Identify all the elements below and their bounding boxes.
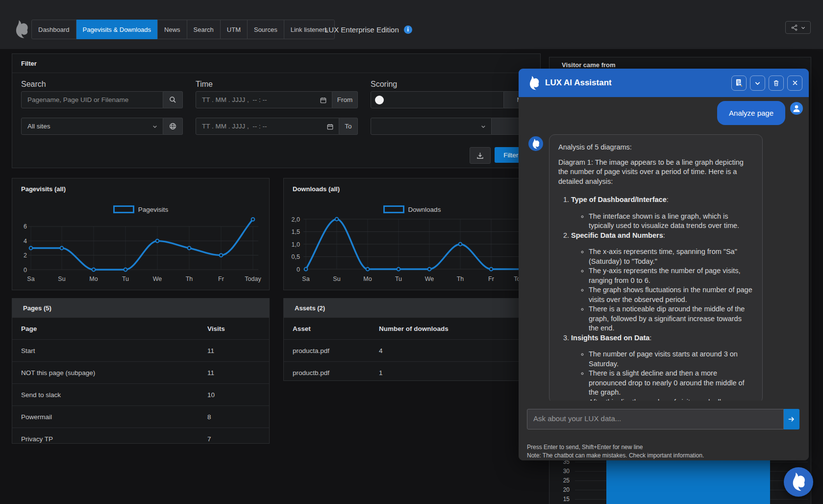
analysis-bullet: There is a slight decline and then a mor… — [589, 369, 753, 398]
close-button[interactable] — [787, 76, 802, 91]
analysis-paragraph: Diagram 1: The image appears to be a lin… — [558, 158, 753, 187]
legend-swatch — [113, 205, 134, 213]
analysis-item: Insights Based on Data:The number of pag… — [571, 333, 753, 404]
document-analyze-icon — [735, 78, 743, 87]
table-cell: Start — [12, 340, 199, 362]
analysis-bullet: The y-axis represents the number of page… — [589, 266, 753, 285]
date-to-input[interactable] — [202, 123, 333, 130]
column-header: Visits — [199, 318, 269, 340]
analysis-item: Specific Data and Numbers:The x-axis rep… — [571, 231, 753, 333]
trash-icon — [773, 79, 780, 87]
ai-assistant-header: LUX AI Assistant — [519, 69, 809, 97]
calendar-icon[interactable] — [320, 97, 327, 104]
chat-input[interactable] — [527, 409, 784, 429]
analysis-item: Type of Dashboard/Interface:The interfac… — [571, 195, 753, 231]
send-arrow-icon — [788, 415, 796, 423]
scoring-select[interactable] — [371, 118, 492, 135]
table-row: productb.pdf1 — [284, 362, 540, 384]
share-nodes-icon — [791, 24, 798, 31]
send-button[interactable] — [784, 409, 799, 429]
table-cell: 8 — [199, 406, 269, 428]
pagevisits-legend[interactable]: Pagevisits — [12, 205, 269, 213]
chevron-down-icon — [800, 25, 806, 30]
user-avatar — [790, 102, 803, 115]
table-cell: NOT this page (subpage) — [12, 362, 199, 384]
user-message-bubble: Analyze page — [717, 101, 785, 125]
scoring-slider-knob[interactable] — [375, 96, 384, 104]
table-row: Powermail8 — [12, 406, 269, 428]
legend-swatch — [383, 205, 404, 213]
pagevisits-chart-title: Pagevisits (all) — [21, 185, 66, 193]
pages-table: PageVisitsStart11NOT this page (subpage)… — [12, 318, 269, 450]
table-cell: Send to slack — [12, 384, 199, 406]
tab-pagevisits-downloads[interactable]: Pagevisits & Downloads — [76, 20, 158, 39]
table-cell: producta.pdf — [284, 340, 370, 362]
lux-logo-icon — [15, 20, 28, 39]
svg-text:Tu: Tu — [395, 276, 402, 282]
clear-chat-button[interactable] — [769, 76, 784, 91]
scoring-slider[interactable] — [371, 91, 504, 108]
svg-text:1,0: 1,0 — [292, 241, 300, 248]
search-submit-button[interactable] — [163, 91, 183, 108]
analysis-bullet: The graph shows fluctuations in the numb… — [589, 285, 753, 304]
table-cell: 4 — [370, 340, 540, 362]
table-cell: 1 — [370, 362, 540, 384]
column-header: Number of downloads — [370, 318, 540, 340]
svg-text:Mo: Mo — [363, 276, 372, 282]
info-icon[interactable]: i — [404, 25, 412, 34]
assistant-message-bubble: Analysis of 5 diagrams: Diagram 1: The i… — [549, 134, 763, 403]
date-from-input[interactable] — [202, 96, 326, 103]
table-row: Privacy TP7 — [12, 428, 269, 450]
site-select[interactable]: All sites — [21, 118, 163, 135]
svg-text:We: We — [153, 276, 162, 282]
downloads-line-chart: 00,51,01,52,0SaSuMoTuWeThFrToday — [284, 213, 541, 290]
legend-label: Pagevisits — [138, 206, 169, 213]
svg-text:Mo: Mo — [89, 276, 98, 282]
search-input[interactable] — [27, 96, 157, 103]
chat-hint-enter: Press Enter to send, Shift+Enter for new… — [527, 444, 643, 451]
lux-fox-icon — [791, 473, 806, 491]
ai-assistant-title: LUX AI Assistant — [545, 78, 728, 88]
module-tabs: DashboardPagevisits & DownloadsNewsSearc… — [31, 20, 335, 39]
table-cell: Privacy TP — [12, 428, 199, 450]
chat-input-area: Press Enter to send, Shift+Enter for new… — [519, 401, 809, 460]
scoring-label: Scoring — [371, 80, 397, 89]
table-cell: Powermail — [12, 406, 199, 428]
assets-table-card: Assets (2) AssetNumber of downloadsprodu… — [283, 298, 541, 381]
table-cell: productb.pdf — [284, 362, 370, 384]
export-button[interactable] — [470, 147, 491, 164]
lux-fox-icon — [532, 139, 540, 149]
tab-search[interactable]: Search — [187, 20, 221, 39]
table-row: Send to slack10 — [12, 384, 269, 406]
ai-assistant-fab[interactable] — [784, 467, 813, 497]
date-from-addon: From — [332, 91, 358, 108]
tab-utm[interactable]: UTM — [221, 20, 248, 39]
pagevisits-chart-card: Pagevisits (all) Pagevisits 0246SaSuMoTu… — [12, 178, 270, 290]
edition-label-row: LUX Enterprise Edition i — [324, 20, 412, 39]
svg-text:2: 2 — [24, 252, 27, 259]
svg-text:Sa: Sa — [302, 276, 309, 282]
date-to-addon: To — [339, 118, 358, 135]
tab-dashboard[interactable]: Dashboard — [32, 20, 76, 39]
pagevisits-line-chart: 0246SaSuMoTuWeThFrToday — [12, 213, 270, 290]
legend-label: Downloads — [408, 206, 441, 213]
person-icon — [792, 103, 801, 113]
chevron-down-icon — [754, 79, 761, 87]
share-button[interactable] — [785, 21, 811, 34]
ai-assistant-panel: LUX AI Assistant — [519, 69, 809, 460]
pages-table-title: Pages (5) — [23, 304, 51, 312]
column-header: Page — [12, 318, 199, 340]
tab-sources[interactable]: Sources — [248, 20, 284, 39]
lux-fox-icon — [528, 76, 540, 90]
assets-table-title: Assets (2) — [295, 304, 325, 312]
analyze-page-button[interactable] — [731, 76, 747, 91]
search-label: Search — [21, 80, 46, 89]
user-message-row: Analyze page — [717, 101, 803, 125]
calendar-icon[interactable] — [326, 123, 334, 130]
tab-news[interactable]: News — [158, 20, 187, 39]
collapse-button[interactable] — [750, 76, 765, 91]
site-globe-button[interactable] — [163, 118, 183, 135]
downloads-legend[interactable]: Downloads — [284, 205, 540, 213]
chevron-down-icon — [480, 124, 486, 129]
assets-table: AssetNumber of downloadsproducta.pdf4pro… — [284, 318, 540, 383]
